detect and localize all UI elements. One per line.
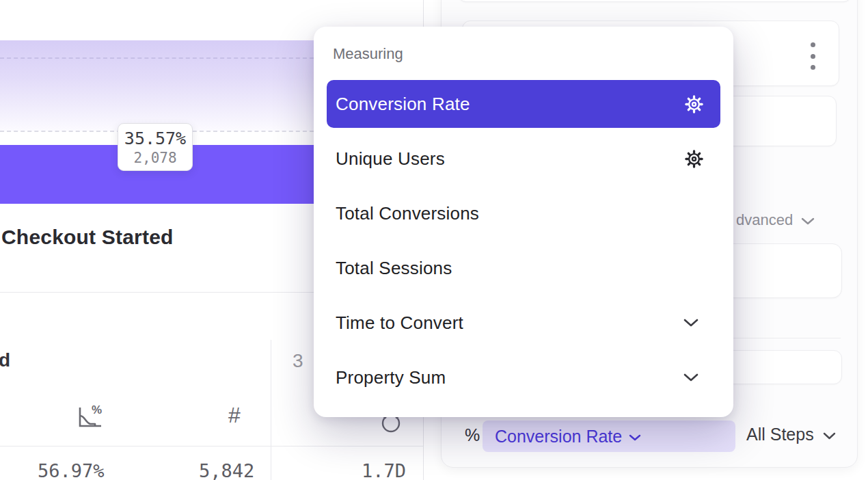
next-step-number: 3 [293, 350, 303, 372]
table-truncated-header: d [0, 349, 10, 371]
chevron-down-icon [823, 432, 836, 440]
menu-item-time-to-convert[interactable]: Time to Convert [327, 299, 720, 347]
measuring-menu-label: Measuring [333, 45, 403, 63]
svg-text:%: % [92, 403, 102, 416]
steps-selector-label: All Steps [746, 425, 814, 444]
hash-icon: # [228, 403, 241, 428]
advanced-label: dvanced [736, 211, 793, 229]
advanced-toggle[interactable]: dvanced [736, 211, 815, 229]
cell-count: 5,842 [199, 460, 254, 480]
conversion-rate-chart-icon: % [75, 403, 104, 434]
menu-item-conversion-rate[interactable]: Conversion Rate [327, 80, 720, 128]
gear-icon[interactable] [684, 149, 704, 169]
funnel-analytics-screen: 35.57% 2,078 Checkout Started d 3 % # [0, 0, 868, 480]
gear-icon[interactable] [684, 94, 704, 114]
table-row-divider [0, 446, 424, 446]
chevron-down-icon [801, 217, 815, 226]
query-row-card-top[interactable] [458, 0, 852, 2]
kebab-menu-icon[interactable] [807, 42, 818, 70]
tooltip-conversion-rate: 35.57% [124, 129, 186, 148]
menu-item-unique-users[interactable]: Unique Users [327, 135, 720, 183]
percent-symbol: % [465, 425, 480, 445]
table-column-divider [271, 340, 271, 480]
cell-avg-time: 1.7D [362, 460, 406, 480]
funnel-step-title: Checkout Started [1, 226, 174, 249]
chevron-down-icon [629, 434, 641, 442]
menu-item-total-sessions[interactable]: Total Sessions [327, 244, 720, 292]
chevron-down-icon [683, 319, 699, 328]
tooltip-count: 2,078 [133, 150, 176, 166]
menu-item-property-sum[interactable]: Property Sum [327, 354, 720, 401]
bar-value-tooltip: 35.57% 2,078 [118, 123, 193, 171]
steps-selector[interactable]: All Steps [746, 425, 836, 444]
measurement-chip[interactable]: Conversion Rate [483, 421, 735, 452]
chevron-down-icon [683, 373, 699, 382]
measuring-dropdown: Measuring Conversion Rate Unique Users [314, 27, 733, 417]
cell-conversion-rate: 56.97% [38, 460, 105, 480]
measurement-chip-label: Conversion Rate [495, 427, 622, 446]
menu-item-total-conversions[interactable]: Total Conversions [327, 189, 720, 237]
